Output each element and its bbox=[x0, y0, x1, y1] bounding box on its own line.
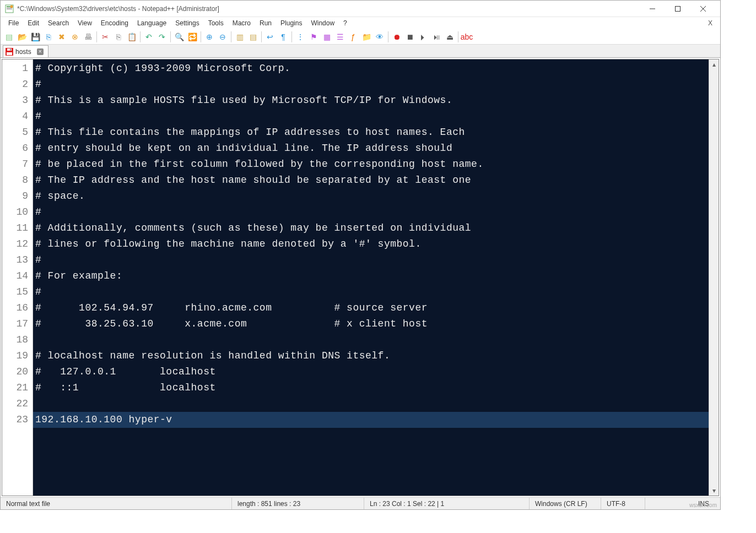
vertical-scrollbar[interactable]: ▴ ▾ bbox=[709, 59, 719, 496]
tabbar: hosts × bbox=[1, 45, 720, 58]
code-line[interactable]: # 38.25.63.10 x.acme.com # x client host bbox=[35, 316, 706, 332]
close-all-icon[interactable]: ⊗ bbox=[69, 31, 81, 43]
status-cursor: Ln : 23 Col : 1 Sel : 22 | 1 bbox=[364, 498, 530, 509]
code-line[interactable]: # space. bbox=[35, 188, 706, 204]
monitor-icon[interactable]: 👁 bbox=[374, 31, 386, 43]
minimize-button[interactable] bbox=[640, 1, 665, 17]
toolbar-separator bbox=[201, 31, 201, 42]
code-line[interactable]: # entry should be kept on an individual … bbox=[35, 140, 706, 156]
redo-icon[interactable]: ↷ bbox=[156, 31, 168, 43]
undo-icon[interactable]: ↶ bbox=[143, 31, 155, 43]
save-macro-icon[interactable]: ⏏ bbox=[444, 31, 456, 43]
status-length: length : 851 lines : 23 bbox=[232, 498, 364, 509]
replace-icon[interactable]: 🔁 bbox=[186, 31, 198, 43]
code-line[interactable]: # be placed in the first column followed… bbox=[35, 156, 706, 172]
code-line[interactable]: # This file contains the mappings of IP … bbox=[35, 124, 706, 140]
code-line[interactable]: # Copyright (c) 1993-2009 Microsoft Corp… bbox=[35, 61, 706, 77]
menu-search[interactable]: Search bbox=[44, 18, 73, 28]
menu-settings[interactable]: Settings bbox=[171, 18, 203, 28]
new-file-icon[interactable]: ▤ bbox=[3, 31, 15, 43]
record-icon[interactable]: ⏺ bbox=[391, 31, 403, 43]
line-number: 15 bbox=[3, 284, 28, 300]
line-number: 3 bbox=[3, 93, 28, 108]
doc-list-icon[interactable]: ☰ bbox=[334, 31, 346, 43]
folder-icon[interactable]: 📁 bbox=[360, 31, 372, 43]
status-eol[interactable]: Windows (CR LF) bbox=[530, 498, 601, 509]
code-line[interactable]: # bbox=[35, 284, 706, 300]
line-number: 13 bbox=[3, 252, 28, 268]
code-area[interactable]: # Copyright (c) 1993-2009 Microsoft Corp… bbox=[33, 59, 709, 496]
code-line[interactable]: # For example: bbox=[35, 268, 706, 284]
menu-edit[interactable]: Edit bbox=[23, 18, 44, 28]
sync-v-icon[interactable]: ▥ bbox=[234, 31, 246, 43]
code-line[interactable]: # Additionally, comments (such as these)… bbox=[35, 220, 706, 236]
menu-file[interactable]: File bbox=[4, 18, 23, 28]
code-line[interactable]: # The IP address and the host name shoul… bbox=[35, 172, 706, 188]
line-number: 12 bbox=[3, 236, 28, 252]
code-line[interactable]: # This is a sample HOSTS file used by Mi… bbox=[35, 93, 706, 108]
print-icon[interactable]: 🖶 bbox=[82, 31, 94, 43]
window-controls bbox=[640, 1, 716, 17]
tab-hosts[interactable]: hosts × bbox=[3, 45, 48, 57]
close-icon[interactable]: ✖ bbox=[56, 31, 68, 43]
menu-window[interactable]: Window bbox=[306, 18, 339, 28]
code-line[interactable] bbox=[35, 396, 706, 412]
menu-run[interactable]: Run bbox=[255, 18, 276, 28]
scroll-up-icon[interactable]: ▴ bbox=[709, 59, 719, 69]
zoom-out-icon[interactable]: ⊖ bbox=[217, 31, 229, 43]
menu-plugins[interactable]: Plugins bbox=[276, 18, 306, 28]
code-line[interactable] bbox=[35, 332, 706, 348]
code-line[interactable]: # ::1 localhost bbox=[35, 380, 706, 396]
indent-guide-icon[interactable]: ⋮ bbox=[294, 31, 306, 43]
toolbar: ▤📂💾⎘✖⊗🖶✂⎘📋↶↷🔍🔁⊕⊖▥▤↩¶⋮⚑▦☰ƒ📁👁⏺⏹⏵⏯⏏abc bbox=[1, 29, 720, 45]
menu-macro[interactable]: Macro bbox=[228, 18, 255, 28]
save-icon[interactable]: 💾 bbox=[29, 31, 41, 43]
save-all-icon[interactable]: ⎘ bbox=[42, 31, 55, 43]
code-line[interactable]: # bbox=[35, 108, 706, 124]
svg-rect-1 bbox=[7, 6, 10, 7]
code-line[interactable]: # lines or following the machine name de… bbox=[35, 236, 706, 252]
open-file-icon[interactable]: 📂 bbox=[16, 31, 28, 43]
doc-close-button[interactable]: X bbox=[704, 18, 717, 28]
menu-language[interactable]: Language bbox=[133, 18, 171, 28]
udl-icon[interactable]: ⚑ bbox=[307, 31, 320, 43]
menu-help[interactable]: ? bbox=[339, 18, 352, 28]
line-number: 6 bbox=[3, 140, 28, 156]
show-all-icon[interactable]: ¶ bbox=[277, 31, 289, 43]
play-icon[interactable]: ⏵ bbox=[417, 31, 429, 43]
code-line[interactable]: # 102.54.94.97 rhino.acme.com # source s… bbox=[35, 300, 706, 316]
code-line[interactable]: # bbox=[35, 204, 706, 220]
menu-encoding[interactable]: Encoding bbox=[96, 18, 133, 28]
sync-h-icon[interactable]: ▤ bbox=[247, 31, 259, 43]
spellcheck-icon[interactable]: abc bbox=[461, 31, 473, 43]
watermark: wsxdn.com bbox=[689, 502, 717, 508]
line-number: 4 bbox=[3, 108, 28, 124]
wrap-icon[interactable]: ↩ bbox=[264, 31, 276, 43]
paste-icon[interactable]: 📋 bbox=[126, 31, 138, 43]
stop-icon[interactable]: ⏹ bbox=[404, 31, 416, 43]
cut-icon[interactable]: ✂ bbox=[99, 31, 111, 43]
play2-icon[interactable]: ⏯ bbox=[430, 31, 442, 43]
line-number: 2 bbox=[3, 77, 28, 93]
scroll-track[interactable] bbox=[709, 69, 719, 486]
zoom-in-icon[interactable]: ⊕ bbox=[203, 31, 215, 43]
close-button[interactable] bbox=[690, 1, 716, 17]
status-encoding[interactable]: UTF-8 bbox=[601, 498, 645, 509]
code-line[interactable]: # bbox=[35, 252, 706, 268]
maximize-button[interactable] bbox=[665, 1, 690, 17]
tab-close-icon[interactable]: × bbox=[37, 48, 44, 55]
tab-label: hosts bbox=[15, 48, 31, 56]
code-line[interactable]: # bbox=[35, 77, 706, 93]
statusbar: Normal text file length : 851 lines : 23… bbox=[1, 497, 720, 509]
menu-tools[interactable]: Tools bbox=[204, 18, 228, 28]
toolbar-separator bbox=[291, 31, 292, 42]
menubar: FileEditSearchViewEncodingLanguageSettin… bbox=[1, 17, 720, 29]
doc-map-icon[interactable]: ▦ bbox=[321, 31, 333, 43]
find-icon[interactable]: 🔍 bbox=[173, 31, 185, 43]
copy-icon[interactable]: ⎘ bbox=[112, 31, 125, 43]
scroll-down-icon[interactable]: ▾ bbox=[709, 486, 719, 496]
func-list-icon[interactable]: ƒ bbox=[347, 31, 359, 43]
code-line[interactable]: # 127.0.0.1 localhost bbox=[35, 364, 706, 380]
menu-view[interactable]: View bbox=[73, 18, 96, 28]
code-line[interactable]: # localhost name resolution is handled w… bbox=[35, 348, 706, 364]
